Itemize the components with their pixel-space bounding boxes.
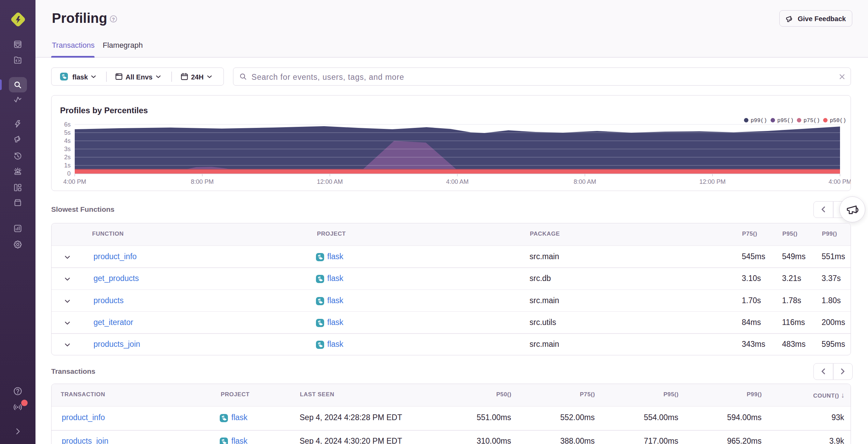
svg-text:p50(): p50()	[830, 118, 846, 124]
svg-text:0: 0	[67, 170, 71, 177]
svg-text:4:00 AM: 4:00 AM	[446, 178, 468, 185]
svg-text:4:00 PM: 4:00 PM	[63, 178, 86, 185]
svg-text:8:00 AM: 8:00 AM	[574, 178, 596, 185]
svg-text:1s: 1s	[64, 162, 71, 169]
svg-text:5s: 5s	[64, 129, 71, 136]
svg-text:p75(): p75()	[804, 118, 820, 124]
svg-text:4s: 4s	[64, 137, 71, 144]
svg-text:2s: 2s	[64, 154, 71, 161]
svg-text:12:00 PM: 12:00 PM	[699, 178, 726, 185]
svg-text:p99(): p99()	[751, 118, 767, 124]
svg-text:p95(): p95()	[777, 118, 794, 124]
svg-text:8:00 PM: 8:00 PM	[191, 178, 214, 185]
svg-text:3s: 3s	[64, 146, 71, 152]
svg-text:4:00 PM: 4:00 PM	[828, 178, 851, 185]
svg-text:6s: 6s	[64, 121, 71, 128]
svg-text:12:00 AM: 12:00 AM	[317, 178, 343, 185]
